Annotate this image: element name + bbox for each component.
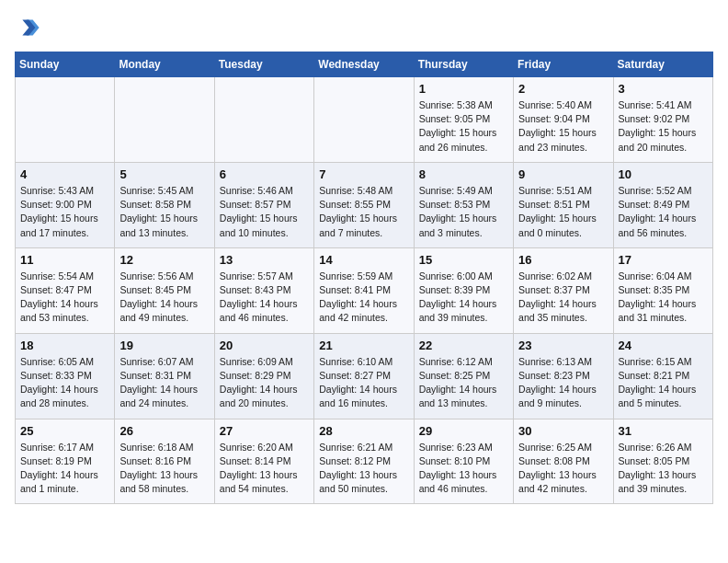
- day-info: Sunrise: 5:56 AM Sunset: 8:45 PM Dayligh…: [119, 270, 209, 326]
- calendar-cell: 22Sunrise: 6:12 AM Sunset: 8:25 PM Dayli…: [414, 333, 513, 419]
- calendar-cell: 21Sunrise: 6:10 AM Sunset: 8:27 PM Dayli…: [314, 333, 414, 419]
- header-saturday: Saturday: [613, 52, 712, 77]
- calendar-cell: 18Sunrise: 6:05 AM Sunset: 8:33 PM Dayli…: [16, 333, 115, 419]
- header-row: SundayMondayTuesdayWednesdayThursdayFrid…: [16, 52, 713, 77]
- day-info: Sunrise: 5:45 AM Sunset: 8:58 PM Dayligh…: [119, 184, 209, 240]
- day-number: 18: [20, 339, 109, 352]
- day-info: Sunrise: 6:15 AM Sunset: 8:21 PM Dayligh…: [619, 355, 708, 411]
- week-row-5: 25Sunrise: 6:17 AM Sunset: 8:19 PM Dayli…: [16, 419, 713, 504]
- calendar-cell: 10Sunrise: 5:52 AM Sunset: 8:49 PM Dayli…: [613, 162, 712, 247]
- calendar-cell: 2Sunrise: 5:40 AM Sunset: 9:04 PM Daylig…: [514, 77, 613, 163]
- day-number: 6: [220, 167, 309, 181]
- day-info: Sunrise: 6:23 AM Sunset: 8:10 PM Dayligh…: [419, 441, 508, 497]
- day-number: 24: [619, 339, 708, 352]
- calendar-cell: 28Sunrise: 6:21 AM Sunset: 8:12 PM Dayli…: [314, 419, 414, 504]
- day-info: Sunrise: 6:02 AM Sunset: 8:37 PM Dayligh…: [518, 270, 608, 326]
- calendar-cell: [16, 77, 115, 163]
- day-number: 3: [619, 82, 708, 96]
- day-number: 14: [319, 253, 408, 267]
- calendar-cell: 25Sunrise: 6:17 AM Sunset: 8:19 PM Dayli…: [16, 419, 115, 504]
- day-info: Sunrise: 6:18 AM Sunset: 8:16 PM Dayligh…: [119, 441, 209, 497]
- day-number: 9: [518, 167, 608, 181]
- day-info: Sunrise: 6:20 AM Sunset: 8:14 PM Dayligh…: [220, 441, 309, 497]
- day-info: Sunrise: 6:10 AM Sunset: 8:27 PM Dayligh…: [319, 355, 408, 411]
- calendar-cell: [214, 77, 313, 163]
- calendar-table: SundayMondayTuesdayWednesdayThursdayFrid…: [15, 52, 713, 504]
- logo: [15, 15, 44, 40]
- calendar-cell: 17Sunrise: 6:04 AM Sunset: 8:35 PM Dayli…: [613, 247, 712, 333]
- day-number: 1: [419, 82, 508, 96]
- calendar-cell: 9Sunrise: 5:51 AM Sunset: 8:51 PM Daylig…: [514, 162, 613, 247]
- calendar-cell: 24Sunrise: 6:15 AM Sunset: 8:21 PM Dayli…: [613, 333, 712, 419]
- calendar-cell: 4Sunrise: 5:43 AM Sunset: 9:00 PM Daylig…: [16, 162, 115, 247]
- day-number: 5: [119, 167, 209, 181]
- day-number: 20: [220, 339, 309, 352]
- calendar-cell: [314, 77, 414, 163]
- logo-icon: [15, 15, 40, 40]
- week-row-3: 11Sunrise: 5:54 AM Sunset: 8:47 PM Dayli…: [16, 247, 713, 333]
- day-info: Sunrise: 6:09 AM Sunset: 8:29 PM Dayligh…: [220, 355, 309, 411]
- day-number: 2: [518, 82, 608, 96]
- day-info: Sunrise: 5:51 AM Sunset: 8:51 PM Dayligh…: [518, 184, 608, 240]
- day-info: Sunrise: 6:05 AM Sunset: 8:33 PM Dayligh…: [20, 355, 109, 411]
- calendar-cell: 29Sunrise: 6:23 AM Sunset: 8:10 PM Dayli…: [414, 419, 513, 504]
- calendar-cell: 8Sunrise: 5:49 AM Sunset: 8:53 PM Daylig…: [414, 162, 513, 247]
- day-number: 7: [319, 167, 408, 181]
- calendar-cell: 1Sunrise: 5:38 AM Sunset: 9:05 PM Daylig…: [414, 77, 513, 163]
- calendar-cell: 19Sunrise: 6:07 AM Sunset: 8:31 PM Dayli…: [115, 333, 214, 419]
- day-info: Sunrise: 6:04 AM Sunset: 8:35 PM Dayligh…: [619, 270, 708, 326]
- header-friday: Friday: [514, 52, 613, 77]
- day-info: Sunrise: 5:41 AM Sunset: 9:02 PM Dayligh…: [619, 98, 708, 155]
- day-info: Sunrise: 5:40 AM Sunset: 9:04 PM Dayligh…: [518, 98, 608, 155]
- calendar-cell: 7Sunrise: 5:48 AM Sunset: 8:55 PM Daylig…: [314, 162, 414, 247]
- day-number: 12: [119, 253, 209, 267]
- header-thursday: Thursday: [414, 52, 513, 77]
- day-info: Sunrise: 5:59 AM Sunset: 8:41 PM Dayligh…: [319, 270, 408, 326]
- calendar-cell: 5Sunrise: 5:45 AM Sunset: 8:58 PM Daylig…: [115, 162, 214, 247]
- day-number: 29: [419, 424, 508, 438]
- day-info: Sunrise: 5:54 AM Sunset: 8:47 PM Dayligh…: [20, 270, 109, 326]
- header-tuesday: Tuesday: [214, 52, 313, 77]
- day-info: Sunrise: 5:48 AM Sunset: 8:55 PM Dayligh…: [319, 184, 408, 240]
- day-number: 30: [518, 424, 608, 438]
- calendar-cell: 6Sunrise: 5:46 AM Sunset: 8:57 PM Daylig…: [214, 162, 313, 247]
- day-info: Sunrise: 5:38 AM Sunset: 9:05 PM Dayligh…: [419, 98, 508, 155]
- day-number: 16: [518, 253, 608, 267]
- day-number: 13: [220, 253, 309, 267]
- calendar-cell: 23Sunrise: 6:13 AM Sunset: 8:23 PM Dayli…: [514, 333, 613, 419]
- day-number: 23: [518, 339, 608, 352]
- calendar-cell: 30Sunrise: 6:25 AM Sunset: 8:08 PM Dayli…: [514, 419, 613, 504]
- day-info: Sunrise: 6:21 AM Sunset: 8:12 PM Dayligh…: [319, 441, 408, 497]
- calendar-cell: 31Sunrise: 6:26 AM Sunset: 8:05 PM Dayli…: [613, 419, 712, 504]
- day-number: 15: [419, 253, 508, 267]
- day-number: 17: [619, 253, 708, 267]
- page-header: [15, 15, 713, 40]
- week-row-4: 18Sunrise: 6:05 AM Sunset: 8:33 PM Dayli…: [16, 333, 713, 419]
- day-number: 11: [20, 253, 109, 267]
- calendar-cell: 12Sunrise: 5:56 AM Sunset: 8:45 PM Dayli…: [115, 247, 214, 333]
- day-info: Sunrise: 5:57 AM Sunset: 8:43 PM Dayligh…: [220, 270, 309, 326]
- day-number: 26: [119, 424, 209, 438]
- header-monday: Monday: [115, 52, 214, 77]
- header-sunday: Sunday: [16, 52, 115, 77]
- day-number: 21: [319, 339, 408, 352]
- calendar-cell: 26Sunrise: 6:18 AM Sunset: 8:16 PM Dayli…: [115, 419, 214, 504]
- calendar-cell: 15Sunrise: 6:00 AM Sunset: 8:39 PM Dayli…: [414, 247, 513, 333]
- day-info: Sunrise: 6:17 AM Sunset: 8:19 PM Dayligh…: [20, 441, 109, 497]
- day-info: Sunrise: 6:07 AM Sunset: 8:31 PM Dayligh…: [119, 355, 209, 411]
- day-number: 28: [319, 424, 408, 438]
- day-number: 27: [220, 424, 309, 438]
- day-number: 19: [119, 339, 209, 352]
- header-wednesday: Wednesday: [314, 52, 414, 77]
- calendar-cell: 3Sunrise: 5:41 AM Sunset: 9:02 PM Daylig…: [613, 77, 712, 163]
- day-info: Sunrise: 6:13 AM Sunset: 8:23 PM Dayligh…: [518, 355, 608, 411]
- day-info: Sunrise: 5:43 AM Sunset: 9:00 PM Dayligh…: [20, 184, 109, 240]
- day-number: 25: [20, 424, 109, 438]
- calendar-cell: 14Sunrise: 5:59 AM Sunset: 8:41 PM Dayli…: [314, 247, 414, 333]
- week-row-1: 1Sunrise: 5:38 AM Sunset: 9:05 PM Daylig…: [16, 77, 713, 163]
- day-info: Sunrise: 6:00 AM Sunset: 8:39 PM Dayligh…: [419, 270, 508, 326]
- calendar-cell: 20Sunrise: 6:09 AM Sunset: 8:29 PM Dayli…: [214, 333, 313, 419]
- day-number: 10: [619, 167, 708, 181]
- week-row-2: 4Sunrise: 5:43 AM Sunset: 9:00 PM Daylig…: [16, 162, 713, 247]
- day-info: Sunrise: 5:46 AM Sunset: 8:57 PM Dayligh…: [220, 184, 309, 240]
